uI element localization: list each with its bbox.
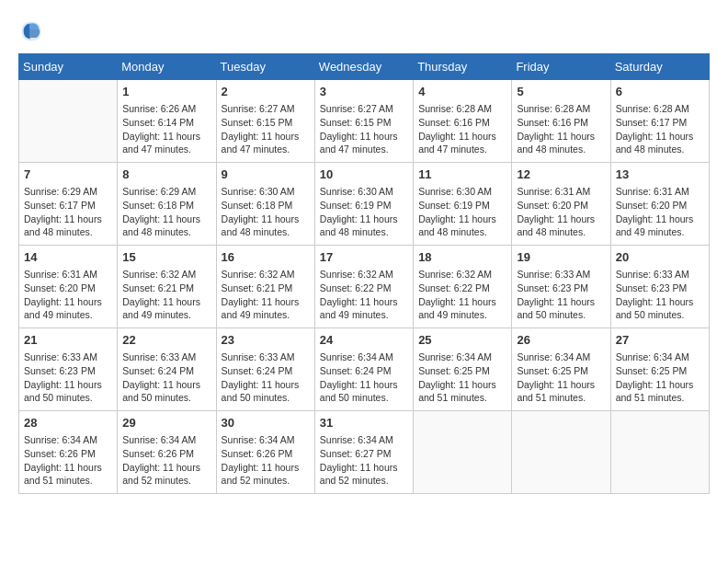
cell-info: Sunrise: 6:27 AMSunset: 6:15 PMDaylight:… [320,102,408,156]
calendar-cell: 11Sunrise: 6:30 AMSunset: 6:19 PMDayligh… [414,163,512,246]
day-number: 10 [320,167,408,183]
cell-info: Sunrise: 6:29 AMSunset: 6:17 PMDaylight:… [24,185,112,239]
day-number: 13 [616,167,704,183]
calendar-cell: 29Sunrise: 6:34 AMSunset: 6:26 PMDayligh… [118,411,216,494]
cell-info: Sunrise: 6:26 AMSunset: 6:14 PMDaylight:… [122,102,210,156]
day-number: 15 [122,249,210,266]
cell-info: Sunrise: 6:34 AMSunset: 6:27 PMDaylight:… [320,433,408,488]
cell-info: Sunrise: 6:34 AMSunset: 6:25 PMDaylight:… [616,350,704,405]
day-number: 12 [517,167,605,183]
day-header-tuesday: Tuesday [216,54,314,80]
calendar-cell: 13Sunrise: 6:31 AMSunset: 6:20 PMDayligh… [610,163,709,246]
calendar-cell: 10Sunrise: 6:30 AMSunset: 6:19 PMDayligh… [314,163,413,246]
calendar-cell: 21Sunrise: 6:33 AMSunset: 6:23 PMDayligh… [19,328,118,411]
cell-info: Sunrise: 6:34 AMSunset: 6:25 PMDaylight:… [418,350,506,405]
cell-info: Sunrise: 6:32 AMSunset: 6:22 PMDaylight:… [320,268,408,322]
calendar-week-1: 1Sunrise: 6:26 AMSunset: 6:14 PMDaylight… [19,80,710,163]
day-number: 11 [418,167,506,183]
day-number: 23 [222,332,310,349]
calendar-cell: 26Sunrise: 6:34 AMSunset: 6:25 PMDayligh… [512,328,610,411]
cell-info: Sunrise: 6:33 AMSunset: 6:23 PMDaylight:… [616,268,704,322]
day-number: 16 [222,249,310,266]
day-number: 6 [616,84,704,100]
calendar-cell: 27Sunrise: 6:34 AMSunset: 6:25 PMDayligh… [610,328,709,411]
day-number: 1 [122,84,210,100]
calendar-cell: 23Sunrise: 6:33 AMSunset: 6:24 PMDayligh… [216,328,314,411]
calendar-cell: 16Sunrise: 6:32 AMSunset: 6:21 PMDayligh… [216,246,314,328]
calendar-header: SundayMondayTuesdayWednesdayThursdayFrid… [19,54,710,80]
cell-info: Sunrise: 6:30 AMSunset: 6:19 PMDaylight:… [320,185,408,239]
cell-info: Sunrise: 6:32 AMSunset: 6:22 PMDaylight:… [418,268,506,322]
day-number: 31 [320,415,408,431]
calendar-week-3: 14Sunrise: 6:31 AMSunset: 6:20 PMDayligh… [19,246,710,328]
calendar-cell: 9Sunrise: 6:30 AMSunset: 6:18 PMDaylight… [216,163,314,246]
cell-info: Sunrise: 6:29 AMSunset: 6:18 PMDaylight:… [122,185,210,239]
cell-info: Sunrise: 6:34 AMSunset: 6:26 PMDaylight:… [122,433,210,488]
day-header-wednesday: Wednesday [314,54,413,80]
day-number: 22 [122,332,210,349]
cell-info: Sunrise: 6:31 AMSunset: 6:20 PMDaylight:… [24,268,112,322]
day-header-friday: Friday [512,54,610,80]
cell-info: Sunrise: 6:30 AMSunset: 6:19 PMDaylight:… [418,185,506,239]
calendar-cell: 14Sunrise: 6:31 AMSunset: 6:20 PMDayligh… [19,246,118,328]
calendar-cell: 24Sunrise: 6:34 AMSunset: 6:24 PMDayligh… [314,328,413,411]
calendar-cell [610,411,709,494]
day-number: 7 [24,167,112,183]
day-number: 3 [320,84,408,100]
logo [18,18,48,44]
day-number: 8 [122,167,210,183]
cell-info: Sunrise: 6:28 AMSunset: 6:17 PMDaylight:… [616,102,704,156]
calendar-cell: 18Sunrise: 6:32 AMSunset: 6:22 PMDayligh… [414,246,512,328]
calendar-cell [414,411,512,494]
day-number: 4 [418,84,506,100]
day-number: 30 [222,415,310,431]
day-number: 5 [517,84,605,100]
calendar-cell: 22Sunrise: 6:33 AMSunset: 6:24 PMDayligh… [118,328,216,411]
calendar-cell: 3Sunrise: 6:27 AMSunset: 6:15 PMDaylight… [314,80,413,163]
cell-info: Sunrise: 6:33 AMSunset: 6:24 PMDaylight:… [122,350,210,405]
cell-info: Sunrise: 6:33 AMSunset: 6:23 PMDaylight:… [517,268,605,322]
day-number: 25 [418,332,506,349]
calendar-cell: 31Sunrise: 6:34 AMSunset: 6:27 PMDayligh… [314,411,413,494]
logo-icon [18,18,44,44]
calendar-week-5: 28Sunrise: 6:34 AMSunset: 6:26 PMDayligh… [19,411,710,494]
calendar-cell: 15Sunrise: 6:32 AMSunset: 6:21 PMDayligh… [118,246,216,328]
calendar-cell: 5Sunrise: 6:28 AMSunset: 6:16 PMDaylight… [512,80,610,163]
calendar-cell: 1Sunrise: 6:26 AMSunset: 6:14 PMDaylight… [118,80,216,163]
day-header-monday: Monday [118,54,216,80]
day-number: 18 [418,249,506,266]
calendar-cell: 25Sunrise: 6:34 AMSunset: 6:25 PMDayligh… [414,328,512,411]
day-number: 20 [616,249,704,266]
calendar-table: SundayMondayTuesdayWednesdayThursdayFrid… [18,53,710,494]
day-header-sunday: Sunday [19,54,118,80]
calendar-week-4: 21Sunrise: 6:33 AMSunset: 6:23 PMDayligh… [19,328,710,411]
calendar-cell: 6Sunrise: 6:28 AMSunset: 6:17 PMDaylight… [610,80,709,163]
day-number: 19 [517,249,605,266]
day-number: 2 [222,84,310,100]
cell-info: Sunrise: 6:28 AMSunset: 6:16 PMDaylight:… [517,102,605,156]
day-number: 24 [320,332,408,349]
cell-info: Sunrise: 6:32 AMSunset: 6:21 PMDaylight:… [122,268,210,322]
calendar-cell: 12Sunrise: 6:31 AMSunset: 6:20 PMDayligh… [512,163,610,246]
day-number: 17 [320,249,408,266]
day-header-saturday: Saturday [610,54,709,80]
calendar-cell: 30Sunrise: 6:34 AMSunset: 6:26 PMDayligh… [216,411,314,494]
calendar-cell: 2Sunrise: 6:27 AMSunset: 6:15 PMDaylight… [216,80,314,163]
calendar-week-2: 7Sunrise: 6:29 AMSunset: 6:17 PMDaylight… [19,163,710,246]
calendar-cell: 20Sunrise: 6:33 AMSunset: 6:23 PMDayligh… [610,246,709,328]
calendar-cell: 17Sunrise: 6:32 AMSunset: 6:22 PMDayligh… [314,246,413,328]
cell-info: Sunrise: 6:28 AMSunset: 6:16 PMDaylight:… [418,102,506,156]
calendar-cell: 7Sunrise: 6:29 AMSunset: 6:17 PMDaylight… [19,163,118,246]
day-number: 14 [24,249,112,266]
cell-info: Sunrise: 6:32 AMSunset: 6:21 PMDaylight:… [222,268,310,322]
cell-info: Sunrise: 6:31 AMSunset: 6:20 PMDaylight:… [616,185,704,239]
cell-info: Sunrise: 6:33 AMSunset: 6:24 PMDaylight:… [222,350,310,405]
cell-info: Sunrise: 6:27 AMSunset: 6:15 PMDaylight:… [222,102,310,156]
cell-info: Sunrise: 6:30 AMSunset: 6:18 PMDaylight:… [222,185,310,239]
cell-info: Sunrise: 6:33 AMSunset: 6:23 PMDaylight:… [24,350,112,405]
calendar-cell: 28Sunrise: 6:34 AMSunset: 6:26 PMDayligh… [19,411,118,494]
day-number: 28 [24,415,112,431]
cell-info: Sunrise: 6:34 AMSunset: 6:26 PMDaylight:… [24,433,112,488]
cell-info: Sunrise: 6:31 AMSunset: 6:20 PMDaylight:… [517,185,605,239]
cell-info: Sunrise: 6:34 AMSunset: 6:25 PMDaylight:… [517,350,605,405]
